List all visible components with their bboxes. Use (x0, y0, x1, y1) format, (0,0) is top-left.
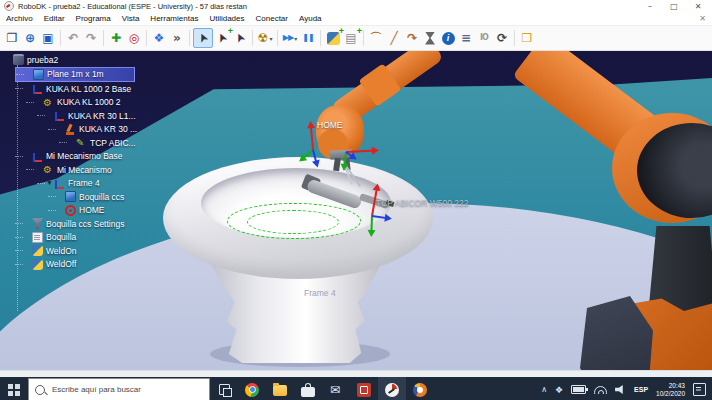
3d-viewport[interactable]: HOME TCP ABICOR W500 222 Frame 4 ▼prueba… (0, 51, 712, 370)
dropbox-icon[interactable]: ❖ (555, 385, 563, 395)
tree-item-boquilla[interactable]: Boquilla (15, 231, 84, 245)
expand-arrow-icon[interactable]: ▼ (45, 113, 54, 120)
save-station-button[interactable]: ▣ (39, 29, 57, 47)
pause-instruction-icon (425, 32, 435, 45)
move-joint-instruction-button[interactable]: ⌒ (367, 29, 385, 47)
new-station-icon: ❐ (7, 32, 18, 44)
tree-item-home[interactable]: HOME (48, 204, 113, 218)
tree-item-tcp-abic[interactable]: TCP ABIC... (59, 136, 144, 150)
select-move-icon: ➤ (232, 31, 247, 45)
tree-item-plane-1m-x-1m[interactable]: Plane 1m x 1m (15, 67, 135, 83)
add-program-button[interactable]: ▤ (342, 29, 360, 47)
update-program-button[interactable]: ⟳ (493, 29, 511, 47)
tree-item-weldon[interactable]: WeldOn (15, 244, 85, 258)
menu-herramientas[interactable]: Herramientas (150, 14, 198, 23)
expand-arrow-icon[interactable]: ▼ (23, 86, 32, 93)
move-linear-instruction-button[interactable]: ╱ (385, 29, 403, 47)
minimize-button[interactable]: – (640, 2, 660, 11)
undo-button[interactable]: ↶ (64, 29, 82, 47)
add-program-icon: ▤ (345, 32, 356, 44)
expand-arrow-icon[interactable]: ▼ (23, 153, 32, 160)
tree-item-boquilla-ccs-settings[interactable]: Boquilla ccs Settings (15, 217, 132, 231)
add-reference-frame-button[interactable]: ✚ (107, 29, 125, 47)
check-collisions-button[interactable]: ☢▾ (256, 29, 274, 47)
dropdown-caret-icon[interactable]: ▾ (269, 35, 272, 42)
taskbar-red-app-button[interactable] (350, 377, 378, 400)
program-steps-button[interactable]: ≡ (457, 29, 475, 47)
select-add-button[interactable]: ➤ (213, 29, 231, 47)
menu-ayuda[interactable]: Ayuda (299, 14, 322, 23)
expand-arrow-icon[interactable]: ▼ (34, 99, 43, 106)
fast-simulation-button[interactable]: ▶▶▾ (281, 29, 299, 47)
expand-arrow-icon[interactable]: ▼ (34, 167, 43, 174)
volume-icon[interactable] (615, 385, 626, 394)
menu-close-button[interactable]: ✕ (699, 14, 706, 23)
frame4-label: Frame 4 (304, 288, 336, 298)
export-simulation-button[interactable]: ❒ (518, 29, 536, 47)
tree-item-mi-mecanismo-base[interactable]: ▼Mi Mecanismo Base (15, 150, 131, 164)
tree-item-kuka-kl-1000-2[interactable]: ▼KUKA KL 1000 2 (26, 96, 128, 110)
tree-connector (48, 196, 56, 197)
move-circular-instruction-button[interactable]: ↷ (403, 29, 421, 47)
add-target-button[interactable]: ◎ (125, 29, 143, 47)
taskbar-store-button[interactable] (294, 377, 322, 400)
open-online-library-button[interactable]: ⊕ (21, 29, 39, 47)
tool-icon (76, 137, 87, 148)
dropdown-caret-icon[interactable]: ▾ (294, 35, 297, 42)
tree-connector (15, 223, 23, 224)
pause-instruction-button[interactable] (421, 29, 439, 47)
language-indicator[interactable]: ESP (634, 386, 648, 393)
add-python-program-button[interactable] (324, 29, 342, 47)
new-station-button[interactable]: ❐ (3, 29, 21, 47)
taskbar-mail-button[interactable] (322, 377, 350, 400)
search-input[interactable] (50, 384, 184, 395)
hidden-icons-button[interactable]: ∧ (541, 385, 547, 394)
tree-item-kuka-kr-30[interactable]: ▼KUKA KR 30 ... (48, 123, 145, 137)
taskbar-robodk-button[interactable] (378, 377, 406, 400)
menu-conectar[interactable]: Conectar (256, 14, 288, 23)
tree-item-prueba2[interactable]: ▼prueba2 (4, 53, 66, 67)
title-bar: RoboDK - prueba2 - Educational (ESPE - U… (0, 0, 712, 12)
tree-connector (37, 115, 45, 116)
fit-all-button[interactable]: ❖ (150, 29, 168, 47)
taskbar-task-view-button[interactable] (210, 377, 238, 400)
tree-item-kuka-kr-30-l1[interactable]: ▼KUKA KR 30 L1... (37, 109, 144, 123)
wifi-icon[interactable] (594, 385, 607, 394)
more-tools-button[interactable]: » (168, 29, 186, 47)
clock[interactable]: 20:43 10/2/2020 (656, 382, 685, 398)
menu-archivo[interactable]: Archivo (6, 14, 33, 23)
taskbar-explorer-button[interactable] (266, 377, 294, 400)
tree-item-kuka-kl-1000-2-base[interactable]: ▼KUKA KL 1000 2 Base (15, 82, 139, 96)
battery-icon[interactable] (571, 385, 586, 394)
taskbar-cad-app-button[interactable] (406, 377, 434, 400)
tree-item-weldoff[interactable]: WeldOff (15, 258, 84, 272)
taskbar-chrome-button[interactable] (238, 377, 266, 400)
system-tray: ∧ ❖ ESP 20:43 10/2/2020 (535, 377, 712, 400)
select-move-button[interactable]: ➤ (231, 29, 249, 47)
mechanism-icon (43, 97, 54, 108)
tree-item-frame-4[interactable]: ▼Frame 4 (37, 177, 108, 191)
io-instruction-button[interactable]: IO (475, 29, 493, 47)
station-icon (13, 54, 24, 65)
tree-item-boquilla-ccs[interactable]: Boquilla ccs (48, 190, 132, 204)
show-message-instruction-button[interactable]: i (439, 29, 457, 47)
menu-bar: ArchivoEditarProgramaVistaHerramientasUt… (0, 12, 712, 26)
menu-utilidades[interactable]: Utilidades (209, 14, 244, 23)
close-button[interactable]: ✕ (688, 2, 708, 11)
notifications-icon[interactable] (693, 383, 706, 396)
maximize-button[interactable]: □ (664, 2, 684, 11)
tree-connector (15, 237, 23, 238)
expand-arrow-icon[interactable]: ▼ (45, 180, 54, 187)
redo-button[interactable]: ↷ (82, 29, 100, 47)
menu-programa[interactable]: Programa (76, 14, 111, 23)
tree-item-label: Boquilla ccs Settings (46, 219, 124, 229)
select-tool-button[interactable]: ➤ (193, 28, 213, 48)
tree-item-mi-mecanismo[interactable]: ▼Mi Mecanismo (26, 163, 120, 177)
menu-editar[interactable]: Editar (44, 14, 65, 23)
menu-vista[interactable]: Vista (122, 14, 140, 23)
expand-arrow-icon[interactable]: ▼ (56, 126, 65, 133)
search-box[interactable] (28, 378, 210, 400)
start-button[interactable] (0, 377, 28, 400)
expand-arrow-icon[interactable]: ▼ (4, 57, 13, 64)
pause-simulation-button[interactable]: ❚❚ (299, 29, 317, 47)
